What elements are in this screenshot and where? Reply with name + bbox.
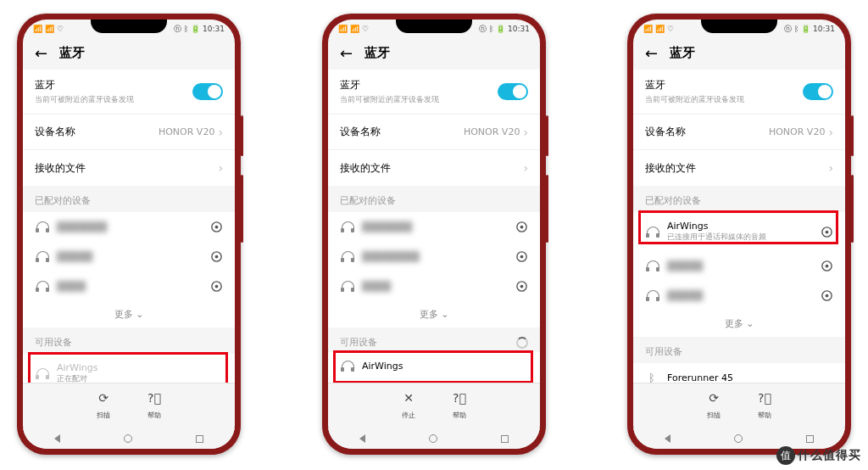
stop-button[interactable]: ✕停止 xyxy=(402,391,415,421)
nav-recents-icon[interactable] xyxy=(501,435,509,443)
received-files-row[interactable]: 接收的文件 xyxy=(328,150,540,186)
headphones-icon xyxy=(340,361,353,372)
page-header: ← 蓝牙 xyxy=(23,35,235,70)
scan-button[interactable]: ⟳扫描 xyxy=(97,391,110,421)
gear-icon[interactable] xyxy=(515,280,528,293)
paired-device-item[interactable]: ███████ xyxy=(23,212,235,242)
page-header: ← 蓝牙 xyxy=(633,35,845,70)
svg-point-3 xyxy=(215,255,219,259)
gear-icon[interactable] xyxy=(210,280,223,293)
headphones-icon xyxy=(340,221,353,232)
gear-icon[interactable] xyxy=(210,250,223,263)
bluetooth-toggle[interactable] xyxy=(498,83,528,100)
paired-device-item[interactable]: ████ xyxy=(23,271,235,301)
help-button[interactable]: ?⃝帮助 xyxy=(758,391,771,421)
nav-back-icon[interactable] xyxy=(359,434,365,443)
headphones-icon xyxy=(340,281,353,292)
nav-recents-icon[interactable] xyxy=(196,435,203,443)
paired-section-label: 已配对的设备 xyxy=(328,186,540,212)
page-header: ← 蓝牙 xyxy=(328,35,540,70)
headphones-icon xyxy=(340,251,353,262)
headphones-icon xyxy=(35,221,48,232)
svg-point-9 xyxy=(520,255,524,259)
bottom-toolbar: ⟳扫描 ?⃝帮助 xyxy=(633,383,845,428)
phone-mockup-3: 📶📶♡ ⓝᛒ🔋10:31 ← 蓝牙 蓝牙当前可被附近的蓝牙设备发现 设备名称HO… xyxy=(627,14,851,455)
help-button[interactable]: ?⃝帮助 xyxy=(147,391,161,421)
help-button[interactable]: ?⃝帮助 xyxy=(453,391,466,421)
headphones-icon xyxy=(35,281,48,292)
available-device-item[interactable]: ᛒForerunner 45 xyxy=(633,363,845,383)
bluetooth-toggle-row[interactable]: 蓝牙当前可被附近的蓝牙设备发现 xyxy=(23,70,235,115)
paired-section-label: 已配对的设备 xyxy=(23,186,235,212)
available-section-label: 可用设备 xyxy=(23,327,235,354)
scanning-spinner-icon xyxy=(516,337,528,349)
gear-icon[interactable] xyxy=(821,226,833,238)
back-arrow-icon[interactable]: ← xyxy=(645,46,658,61)
back-arrow-icon[interactable]: ← xyxy=(340,46,353,61)
svg-point-13 xyxy=(826,230,829,233)
headphones-icon xyxy=(35,368,48,379)
device-name-value: HONOR V20 xyxy=(159,126,223,139)
paired-device-item[interactable]: ████ xyxy=(328,271,540,301)
bluetooth-icon: ᛒ xyxy=(645,372,659,383)
bluetooth-toggle-row[interactable]: 蓝牙当前可被附近的蓝牙设备发现 xyxy=(328,70,540,115)
paired-device-item[interactable]: ████████ xyxy=(328,242,540,271)
svg-point-1 xyxy=(215,226,219,229)
android-nav-bar xyxy=(23,428,235,449)
more-button[interactable]: 更多 xyxy=(328,301,540,327)
status-time: 10:31 xyxy=(203,25,225,33)
gear-icon[interactable] xyxy=(515,250,528,263)
phone-notch xyxy=(91,20,167,33)
available-device-airwings[interactable]: AirWings xyxy=(328,352,540,380)
nav-back-icon[interactable] xyxy=(665,434,670,443)
device-name-row[interactable]: 设备名称HONOR V20 xyxy=(328,115,540,150)
watermark-text: 什么值得买 xyxy=(798,448,861,463)
paired-device-item[interactable]: ███████ xyxy=(328,212,540,242)
gear-icon[interactable] xyxy=(821,289,833,302)
headphones-icon xyxy=(645,290,659,301)
paired-device-item[interactable]: █████ xyxy=(633,251,845,281)
available-device-item[interactable]: ⌚COROS APEX 46mm 63A871 xyxy=(328,380,540,383)
svg-point-15 xyxy=(826,265,829,268)
headphones-icon xyxy=(645,227,659,238)
more-button[interactable]: 更多 xyxy=(633,311,845,337)
received-files-row[interactable]: 接收的文件 xyxy=(633,150,845,186)
android-nav-bar xyxy=(328,428,540,449)
phone-mockup-1: 📶📶♡ ⓝᛒ🔋10:31 ← 蓝牙 蓝牙当前可被附近的蓝牙设备发现 设备名称 H… xyxy=(17,14,241,455)
page-title: 蓝牙 xyxy=(364,45,390,61)
bottom-toolbar: ⟳扫描 ?⃝帮助 xyxy=(23,383,235,428)
bottom-toolbar: ✕停止 ?⃝帮助 xyxy=(328,383,540,428)
status-time: 10:31 xyxy=(813,25,835,33)
device-name-row[interactable]: 设备名称 HONOR V20 xyxy=(23,115,235,150)
nav-back-icon[interactable] xyxy=(54,434,60,443)
page-title: 蓝牙 xyxy=(59,45,85,61)
phone-notch xyxy=(701,20,777,33)
status-time: 10:31 xyxy=(508,25,530,33)
svg-point-5 xyxy=(215,285,219,288)
gear-icon[interactable] xyxy=(515,221,528,233)
paired-device-item[interactable]: █████ xyxy=(633,281,845,311)
headphones-icon xyxy=(645,260,659,271)
available-section-label: 可用设备 xyxy=(340,336,377,349)
svg-point-7 xyxy=(520,226,524,229)
paired-device-airwings[interactable]: AirWings已连接用于通话和媒体的音频 xyxy=(633,212,845,251)
bluetooth-toggle-row[interactable]: 蓝牙当前可被附近的蓝牙设备发现 xyxy=(633,70,845,115)
device-name-row[interactable]: 设备名称HONOR V20 xyxy=(633,115,845,150)
phone-notch xyxy=(396,20,472,33)
paired-device-item[interactable]: █████ xyxy=(23,242,235,271)
bluetooth-toggle[interactable] xyxy=(803,83,833,100)
scan-button[interactable]: ⟳扫描 xyxy=(707,391,721,421)
nav-home-icon[interactable] xyxy=(429,434,437,443)
watermark-icon: 值 xyxy=(776,446,795,465)
gear-icon[interactable] xyxy=(210,221,223,233)
gear-icon[interactable] xyxy=(821,260,833,272)
back-arrow-icon[interactable]: ← xyxy=(35,46,47,61)
more-button[interactable]: 更多 xyxy=(23,301,235,327)
bluetooth-toggle[interactable] xyxy=(192,83,223,100)
available-device-airwings[interactable]: AirWings正在配对 xyxy=(23,354,235,383)
available-section-label: 可用设备 xyxy=(633,337,845,363)
nav-home-icon[interactable] xyxy=(124,434,132,443)
nav-home-icon[interactable] xyxy=(734,434,743,443)
nav-recents-icon[interactable] xyxy=(806,435,814,443)
received-files-row[interactable]: 接收的文件 xyxy=(23,150,235,186)
